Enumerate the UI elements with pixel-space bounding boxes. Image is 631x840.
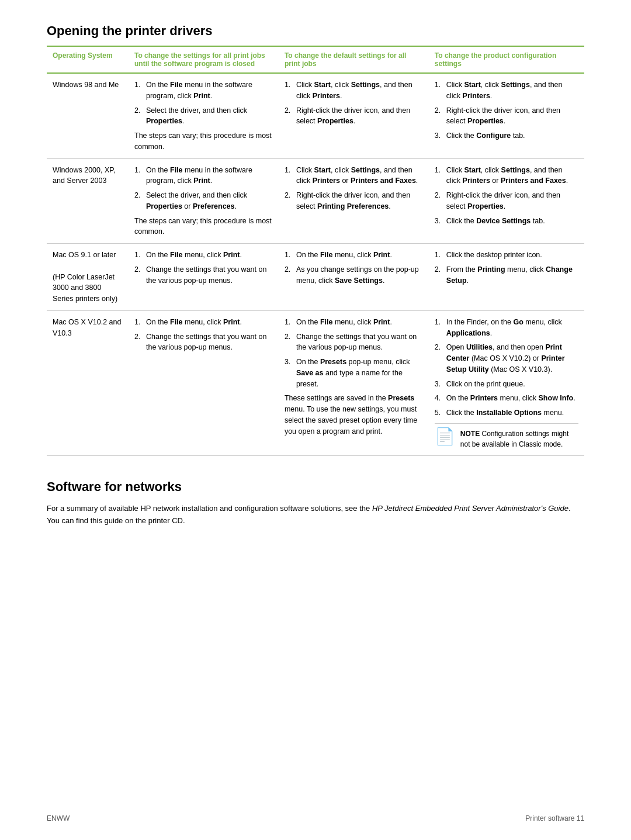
col-header-os: Operating System xyxy=(47,46,129,73)
col3-cell: 1.Click Start, click Settings, and then … xyxy=(279,158,429,244)
col4-cell: 1.Click the desktop printer icon.2.From … xyxy=(429,244,584,311)
table-row: Mac OS 9.1 or later (HP Color LaserJet 3… xyxy=(47,244,584,311)
note-text: NOTE Configuration settings might not be… xyxy=(460,428,578,450)
col-header-change-all: To change the settings for all print job… xyxy=(129,46,279,73)
page-footer: ENWW Printer software 11 xyxy=(47,814,584,822)
note-icon: 📄 xyxy=(435,428,456,445)
os-cell: Mac OS 9.1 or later (HP Color LaserJet 3… xyxy=(47,244,129,311)
col4-cell: 1.In the Finder, on the Go menu, click A… xyxy=(429,310,584,455)
printer-drivers-table: Operating System To change the settings … xyxy=(47,46,584,456)
table-row: Mac OS X V10.2 and V10.31.On the File me… xyxy=(47,310,584,455)
col2-cell: 1.On the File menu, click Print.2.Change… xyxy=(129,244,279,311)
table-row: Windows 98 and Me1.On the File menu in t… xyxy=(47,73,584,158)
col4-cell: 1.Click Start, click Settings, and then … xyxy=(429,73,584,158)
col3-cell: 1.Click Start, click Settings, and then … xyxy=(279,73,429,158)
footer-left: ENWW xyxy=(47,814,70,822)
section1-title: Opening the printer drivers xyxy=(47,23,584,39)
col-header-change-config: To change the product configuration sett… xyxy=(429,46,584,73)
software-para: For a summary of available HP network in… xyxy=(47,503,584,527)
col4-cell: 1.Click Start, click Settings, and then … xyxy=(429,158,584,244)
software-section: Software for networks For a summary of a… xyxy=(47,479,584,527)
note-label: NOTE xyxy=(460,430,480,438)
col2-cell: 1.On the File menu in the software progr… xyxy=(129,158,279,244)
section2-title: Software for networks xyxy=(47,479,584,495)
col2-cell: 1.On the File menu, click Print.2.Change… xyxy=(129,310,279,455)
note-box: 📄NOTE Configuration settings might not b… xyxy=(435,423,578,450)
os-cell: Windows 2000, XP, and Server 2003 xyxy=(47,158,129,244)
table-row: Windows 2000, XP, and Server 20031.On th… xyxy=(47,158,584,244)
col2-cell: 1.On the File menu in the software progr… xyxy=(129,73,279,158)
os-cell: Mac OS X V10.2 and V10.3 xyxy=(47,310,129,455)
col3-cell: 1.On the File menu, click Print.2.Change… xyxy=(279,310,429,455)
footer-right: Printer software 11 xyxy=(525,814,584,822)
col-header-change-default: To change the default settings for all p… xyxy=(279,46,429,73)
os-cell: Windows 98 and Me xyxy=(47,73,129,158)
col3-cell: 1.On the File menu, click Print.2.As you… xyxy=(279,244,429,311)
